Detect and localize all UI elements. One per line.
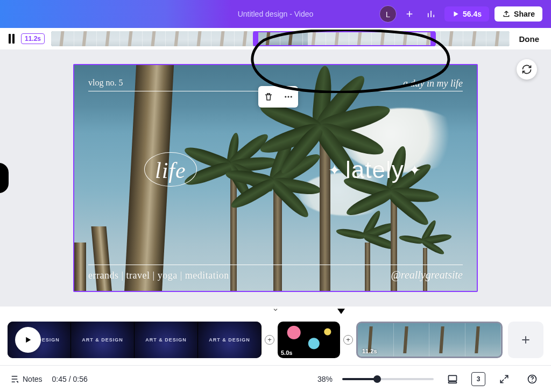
fullscreen-button[interactable] [495,370,513,388]
svg-point-1 [287,96,289,98]
svg-rect-4 [449,382,457,383]
play-video-button[interactable]: 56.4s [444,6,489,22]
help-button[interactable] [523,370,541,388]
chevron-down-icon [271,307,280,313]
video-canvas[interactable]: vlog no. 5 a day in my life life ✦ latel… [73,64,478,292]
analytics-button[interactable] [423,6,439,22]
add-transition-button-2[interactable]: + [343,335,353,345]
overlay-handle[interactable]: @reallygreatsite [391,269,463,281]
overlay-word-lately[interactable]: ✦ lately ✦ [328,156,421,183]
trim-strip: Done [0,28,551,49]
footer-bar: Notes 0:45 / 0:56 38% 3 [0,365,551,392]
overlay-word-life[interactable]: life [155,158,186,183]
help-icon [527,374,538,384]
clip-context-toolbar [258,86,298,108]
grid-view-button[interactable] [443,370,462,388]
sparkle-icon: ✦ [328,161,341,179]
pause-button[interactable] [9,34,15,44]
page-count-button[interactable]: 3 [471,372,485,386]
overlay-subtitle[interactable]: a day in my life [403,78,463,89]
zoom-percent: 38% [317,375,333,383]
svg-rect-3 [449,375,457,381]
clip-filmstrip[interactable] [51,31,510,46]
timeline-playhead[interactable] [337,309,345,314]
svg-point-0 [285,96,286,98]
refresh-preview-button[interactable] [517,59,537,80]
clip-duration-label: 11.2s [362,348,377,354]
trash-icon [264,92,273,102]
user-avatar[interactable]: L [380,6,396,22]
playhead-time: 0:45 / 0:56 [52,375,88,383]
open-sidepanel-tab[interactable] [0,163,9,193]
notes-icon [10,374,19,384]
sparkle-icon: ✦ [408,161,421,179]
bar-chart-icon [426,9,436,19]
timeline-play-button[interactable] [15,327,41,353]
upload-icon [502,10,511,18]
clip-duration-label: 5.0s [281,350,292,356]
play-icon [452,10,460,18]
play-icon [23,335,33,345]
overlay-bottom-rule [88,265,463,265]
clip-duration-input[interactable] [21,33,45,44]
delete-button[interactable] [263,91,274,102]
fullscreen-icon [499,374,509,384]
share-button[interactable]: Share [495,6,542,22]
overlay-tags[interactable]: errands | travel | yoga | meditation [88,270,229,281]
plus-icon [405,10,414,18]
more-horizontal-icon [284,92,293,102]
refresh-icon [521,64,532,75]
app-header: Untitled design - Video L 56.4s Share [0,0,551,28]
timeline-clip-1[interactable]: ART & DESIGN ART & DESIGN ART & DESIGN A… [8,322,262,358]
canvas-area: vlog no. 5 a day in my life life ✦ latel… [0,49,551,307]
timeline-collapse-handle[interactable] [0,307,551,314]
done-button[interactable]: Done [516,32,543,46]
svg-point-2 [290,96,292,98]
timeline-clip-2[interactable]: 5.0s [278,322,340,358]
document-title[interactable]: Untitled design - Video [238,10,314,18]
notes-button[interactable]: Notes [10,374,43,384]
zoom-slider[interactable] [342,378,434,380]
more-button[interactable] [283,91,294,102]
plus-icon [520,334,531,345]
timeline-clip-3-selected[interactable]: 11.2s [356,322,503,358]
grid-icon [447,374,458,384]
svg-point-6 [532,381,533,382]
add-page-button[interactable] [508,322,543,358]
timeline: ART & DESIGN ART & DESIGN ART & DESIGN A… [0,307,551,365]
add-transition-button-1[interactable]: + [265,335,274,345]
overlay-vlog-number[interactable]: vlog no. 5 [88,78,123,88]
add-member-button[interactable] [401,6,418,22]
